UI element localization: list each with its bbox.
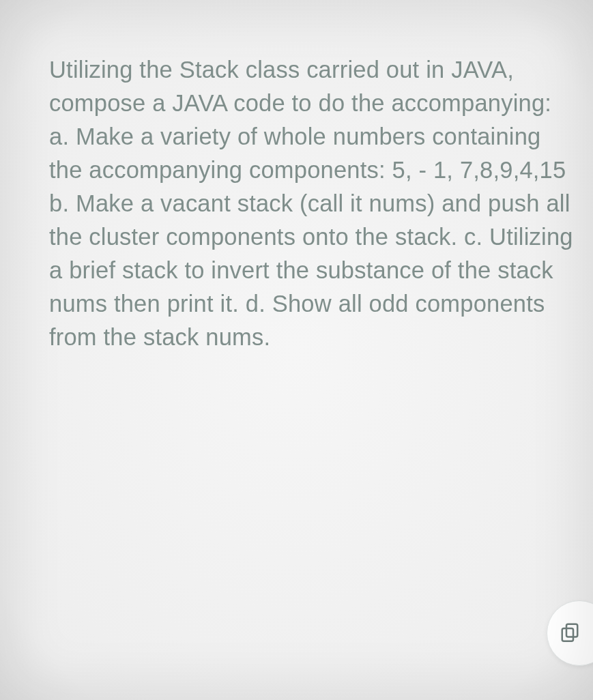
- question-block: Utilizing the Stack class carried out in…: [49, 53, 574, 354]
- copy-icon: [569, 622, 590, 645]
- svg-rect-1: [562, 628, 573, 641]
- question-text: Utilizing the Stack class carried out in…: [49, 53, 574, 354]
- copy-button[interactable]: [547, 600, 593, 666]
- svg-rect-0: [566, 624, 577, 637]
